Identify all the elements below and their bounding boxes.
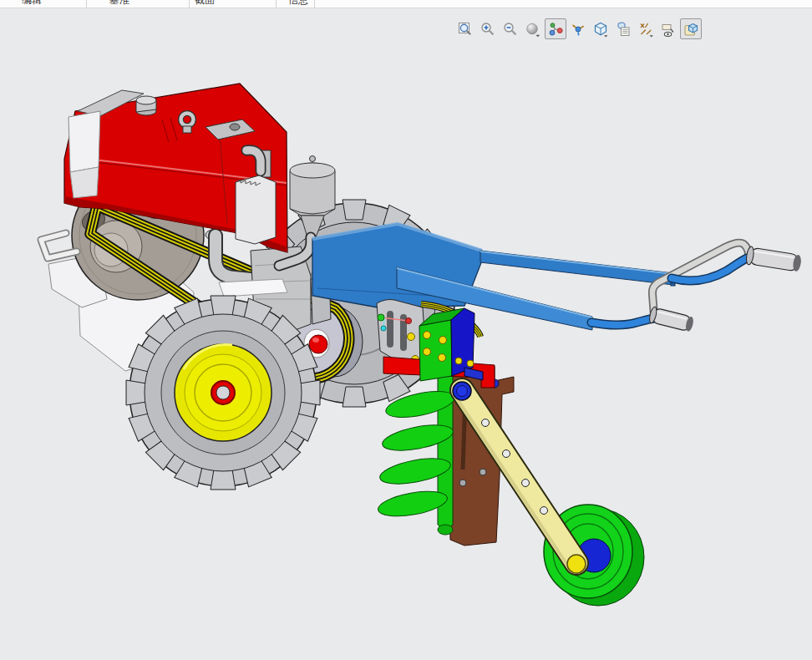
display-style-button[interactable] [590, 18, 612, 39]
zoom-in-button[interactable] [477, 18, 499, 39]
annotation-display-button[interactable] [657, 18, 679, 39]
dropdown-caret-icon [536, 34, 540, 37]
handlebar-lower-tube[interactable] [591, 318, 654, 325]
view-manager-button[interactable] [612, 18, 634, 39]
pivot-bolt [453, 382, 471, 400]
menu-item-info[interactable]: 信息 [273, 0, 323, 6]
menu-separator [276, 0, 277, 8]
datum-display-button[interactable] [635, 18, 657, 39]
arm-hub [567, 555, 586, 573]
handle-grip-upper[interactable] [745, 246, 802, 272]
cube-pad-icon [683, 21, 699, 38]
wireframe-cube-icon [592, 21, 609, 38]
front-wheel[interactable] [126, 296, 320, 490]
node-triad-icon [547, 21, 564, 38]
graphics-toolbar [454, 18, 702, 39]
shaded-sphere-icon [525, 21, 541, 38]
menu-separator [86, 0, 87, 8]
tank-end-cap [69, 111, 100, 172]
cube-list-icon [615, 21, 632, 38]
saved-orientation-button[interactable] [680, 18, 702, 39]
handle-grip-lower[interactable] [648, 306, 695, 333]
magnifier-minus-icon [502, 21, 519, 38]
menu-item-datum[interactable]: 基准 [94, 0, 145, 6]
spin-center-button[interactable] [545, 18, 566, 39]
marker-cyan-dot [381, 326, 386, 331]
fuel-cap[interactable] [136, 96, 156, 115]
menu-item-section[interactable]: 截面 [180, 0, 230, 6]
application-window: 编辑 基准 截面 信息 [0, 0, 812, 660]
datum-tags-icon [637, 21, 654, 38]
menu-bar: 编辑 基准 截面 信息 [0, 0, 812, 8]
zoom-fit-button[interactable] [454, 18, 476, 39]
zoom-out-button[interactable] [500, 18, 521, 39]
menu-item-edit[interactable]: 编辑 [7, 0, 57, 6]
menu-separator [189, 0, 190, 8]
dropdown-caret-icon [604, 35, 608, 37]
handlebar-upper-beam[interactable] [480, 251, 675, 286]
marker-red-dot [406, 318, 412, 324]
magnifier-plus-icon [480, 21, 496, 38]
dragger-axes-icon [570, 21, 586, 38]
plane-eye-icon [660, 21, 677, 38]
auger-gearbox[interactable] [419, 308, 483, 381]
marker-green-dot [378, 314, 384, 321]
shading-style-button[interactable] [522, 18, 544, 39]
dropdown-caret-icon [650, 35, 654, 37]
dragger-button[interactable] [567, 18, 589, 39]
menu-separator [314, 0, 315, 8]
magnifier-box-icon [457, 21, 474, 38]
model-canvas[interactable] [0, 8, 812, 660]
